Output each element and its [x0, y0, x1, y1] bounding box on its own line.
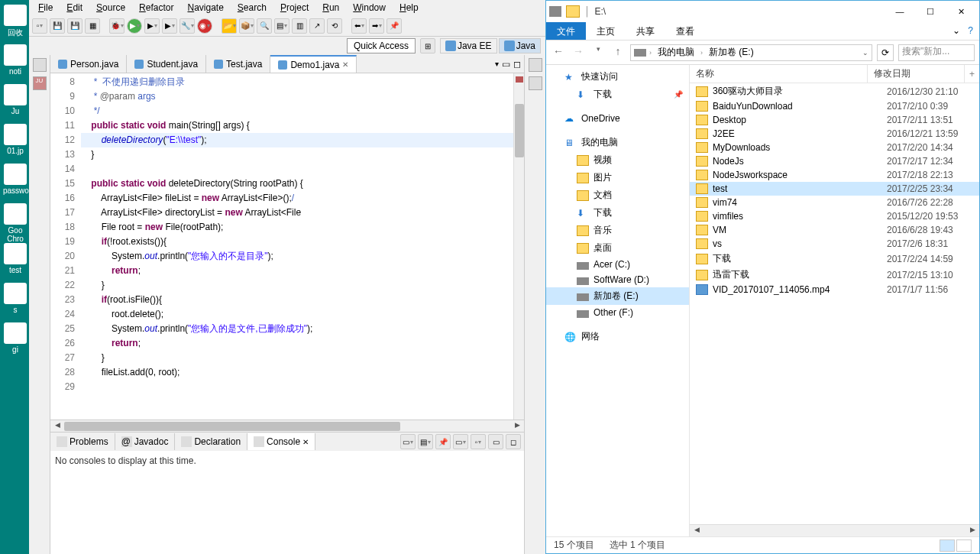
pin-console-icon[interactable]: 📌 — [435, 434, 451, 449]
display-console-icon[interactable]: ▭▾ — [453, 434, 468, 449]
menu-refactor[interactable]: Refactor — [133, 1, 180, 15]
forward-button[interactable]: ➡▾ — [369, 18, 384, 34]
nav-item[interactable]: ☁OneDrive — [546, 111, 689, 126]
column-header[interactable]: 名称 — [690, 65, 868, 83]
maximize-button[interactable]: ☐ — [915, 1, 946, 22]
help-icon[interactable]: ? — [968, 25, 973, 37]
minimize-icon[interactable]: ▭ — [502, 59, 510, 70]
desktop-icon[interactable]: 回收 — [3, 5, 27, 40]
view-tab-console[interactable]: Console ✕ — [247, 433, 315, 450]
save-all-button[interactable]: 💾 — [67, 18, 82, 34]
file-row[interactable]: vs2017/2/6 18:31 — [690, 237, 979, 251]
column-headers[interactable]: 名称修改日期 + — [690, 65, 979, 83]
file-row[interactable]: Desktop2017/2/11 13:51 — [690, 113, 979, 127]
console-btn[interactable]: ▤▾ — [418, 434, 433, 449]
file-row[interactable]: 迅雷下载2017/2/15 13:10 — [690, 267, 979, 283]
menu-navigate[interactable]: Navigate — [181, 1, 229, 15]
vertical-scrollbar[interactable] — [513, 73, 524, 420]
debug-button[interactable]: 🐞▾ — [109, 18, 125, 34]
outline-icon[interactable] — [529, 76, 542, 90]
nav-item[interactable]: Other (F:) — [546, 305, 689, 320]
close-icon[interactable]: ✕ — [302, 438, 309, 446]
run-last-button[interactable]: ▶▾ — [144, 18, 160, 34]
refresh-button[interactable]: ⟳ — [877, 44, 894, 61]
toolbar-button[interactable]: ▤▾ — [274, 18, 289, 34]
menu-file[interactable]: File — [32, 1, 59, 15]
file-row[interactable]: MyDownloads2017/2/20 14:34 — [690, 141, 979, 154]
view-tab-declaration[interactable]: Declaration — [175, 433, 247, 450]
editor-tab[interactable]: Demo1.java✕ — [270, 55, 357, 73]
desktop-icon[interactable]: Ju — [3, 84, 27, 119]
save-button[interactable]: 💾 — [50, 18, 65, 34]
details-view-button[interactable] — [940, 539, 955, 552]
pin-button[interactable]: 📌 — [387, 18, 402, 34]
view-tab-problems[interactable]: Problems — [50, 433, 115, 450]
search-button[interactable]: 🔍 — [257, 18, 272, 34]
title-bar[interactable]: │ E:\ — ☐ ✕ — [546, 1, 979, 22]
toolbar-button[interactable]: ↗ — [309, 18, 325, 34]
toolbar-button[interactable]: ▥ — [292, 18, 307, 34]
icons-view-button[interactable] — [956, 539, 972, 552]
file-row[interactable]: J2EE2016/12/21 13:59 — [690, 127, 979, 141]
file-row[interactable]: 360驱动大师目录2016/12/30 21:10 — [690, 83, 979, 99]
desktop-icon[interactable]: noti — [3, 44, 27, 79]
maximize-icon[interactable]: ◻ — [506, 434, 521, 449]
nav-item[interactable]: 图片 — [546, 169, 689, 186]
open-type-button[interactable]: 📂▾ — [222, 18, 237, 34]
search-input[interactable]: 搜索"新加... — [898, 44, 975, 61]
ext-tools-button[interactable]: 🔧▾ — [180, 18, 195, 34]
new-console-icon[interactable]: ▫▾ — [471, 434, 486, 449]
more-columns-icon[interactable]: + — [965, 69, 979, 79]
recent-button[interactable]: ▾ — [590, 45, 606, 60]
junit-icon[interactable]: JU — [33, 76, 47, 90]
desktop-icon[interactable]: test — [3, 243, 27, 278]
toolbar-button[interactable]: ▦ — [85, 18, 100, 34]
file-row[interactable]: vim742016/7/26 22:28 — [690, 196, 979, 209]
desktop-icon[interactable]: 01.jp — [3, 124, 27, 159]
file-row[interactable]: NodeJs2017/2/17 12:34 — [690, 154, 979, 168]
column-header[interactable]: 修改日期 — [868, 65, 965, 83]
ribbon-tab-主页[interactable]: 主页 — [586, 22, 626, 40]
close-tab-icon[interactable]: ✕ — [342, 60, 348, 69]
perspective-java[interactable]: Java — [499, 38, 541, 53]
menu-search[interactable]: Search — [231, 1, 273, 15]
horizontal-scrollbar[interactable]: ◀ ▶ — [50, 420, 524, 432]
stop-button[interactable]: ◉▾ — [197, 18, 212, 34]
file-row[interactable]: 下载2017/2/24 14:59 — [690, 251, 979, 267]
editor-tab[interactable]: Student.java — [127, 55, 206, 73]
back-button[interactable]: ⬅▾ — [351, 18, 367, 34]
new-package-button[interactable]: 📦▾ — [239, 18, 254, 34]
package-explorer-icon[interactable] — [33, 58, 47, 72]
coverage-button[interactable]: ▶▾ — [162, 18, 177, 34]
navigation-pane[interactable]: ★快速访问⬇下载📌☁OneDrive🖥我的电脑视频图片文档⬇下载音乐桌面Acer… — [546, 65, 690, 536]
file-row[interactable]: VID_20170107_114056.mp42017/1/7 11:56 — [690, 283, 979, 296]
menu-source[interactable]: Source — [90, 1, 131, 15]
nav-item[interactable]: ⬇下载📌 — [546, 86, 689, 103]
menu-help[interactable]: Help — [393, 1, 425, 15]
editor-tab[interactable]: Test.java — [206, 55, 270, 73]
run-button[interactable]: ▶▾ — [127, 18, 142, 34]
task-list-icon[interactable] — [529, 58, 542, 72]
desktop-icon[interactable]: s — [3, 283, 27, 318]
minimize-icon[interactable]: ▭ — [488, 434, 503, 449]
view-tab-javadoc[interactable]: @Javadoc — [115, 433, 176, 450]
file-row[interactable]: VM2016/6/28 19:43 — [690, 223, 979, 237]
desktop-icon[interactable]: passwo — [3, 164, 27, 199]
console-btn[interactable]: ▭▾ — [400, 434, 416, 449]
toolbar-button[interactable]: ⟲ — [327, 18, 342, 34]
nav-item[interactable]: 新加卷 (E:) — [546, 287, 689, 305]
nav-item[interactable]: 🖥我的电脑 — [546, 134, 689, 151]
address-bar[interactable]: › 我的电脑 › 新加卷 (E:) ⌄ — [630, 44, 872, 61]
menu-project[interactable]: Project — [274, 1, 315, 15]
editor-tab[interactable]: Person.java — [50, 55, 127, 73]
minimize-button[interactable]: — — [885, 1, 915, 22]
forward-button[interactable]: → — [571, 45, 586, 60]
ribbon-tab-文件[interactable]: 文件 — [546, 22, 586, 40]
nav-item[interactable]: ★快速访问 — [546, 68, 689, 86]
code-editor[interactable]: 8910111213141516171819202122232425262728… — [50, 73, 524, 420]
menu-edit[interactable]: Edit — [60, 1, 89, 15]
quick-access-input[interactable]: Quick Access — [347, 38, 416, 53]
nav-item[interactable]: Acer (C:) — [546, 257, 689, 272]
back-button[interactable]: ← — [551, 45, 566, 60]
ribbon-expand-icon[interactable]: ⌄ — [953, 25, 960, 37]
